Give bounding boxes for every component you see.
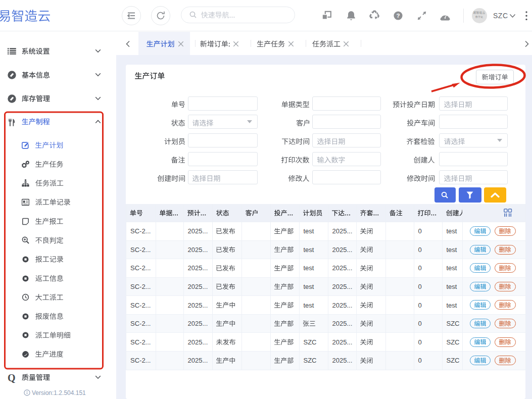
svg-text:?: ?: [396, 13, 400, 19]
